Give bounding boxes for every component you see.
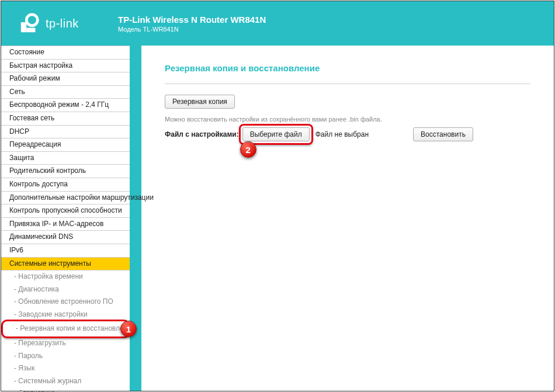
sidebar-item-label: Переадресация <box>9 140 61 148</box>
sidebar-item[interactable]: Родительский контроль <box>1 165 130 178</box>
sidebar-item-label: Диагностика <box>18 285 59 293</box>
sidebar-item[interactable]: Состояние <box>1 46 130 60</box>
file-status: Файл не выбран <box>315 130 369 138</box>
sidebar-item-backup-restore[interactable]: Резервная копия и восстановление1 <box>1 320 130 338</box>
sidebar-item-label: Заводские настройки <box>18 310 87 318</box>
sidebar-item[interactable]: Язык <box>1 362 130 375</box>
annotation-badge-2: 2 <box>240 141 256 158</box>
sidebar-item[interactable]: Системный журнал <box>1 375 130 388</box>
sidebar-item[interactable]: Привязка IP- и MAC-адресов <box>1 218 130 231</box>
sidebar-item-label: Гостевая сеть <box>9 114 54 122</box>
sidebar-item[interactable]: Дополнительные настройки маршрутизации <box>1 192 130 205</box>
sidebar-item-label: Настройка времени <box>18 272 82 280</box>
sidebar-item[interactable]: Контроль пропускной способности <box>1 204 130 218</box>
header: tp-link TP-Link Wireless N Router WR841N… <box>1 1 554 46</box>
sidebar-item[interactable]: Переадресация <box>1 138 130 152</box>
sidebar-item[interactable]: Беспроводной режим - 2,4 ГГц <box>1 99 130 112</box>
sidebar-item-label: Дополнительные настройки маршрутизации <box>9 193 154 202</box>
sidebar-item[interactable]: Рабочий режим <box>1 72 130 86</box>
sidebar-item-label: Родительский контроль <box>9 166 86 175</box>
sidebar-item[interactable]: Пароль <box>1 350 130 363</box>
file-label: Файл с настройками: <box>165 130 239 138</box>
sidebar-item[interactable]: Гостевая сеть <box>1 112 130 126</box>
sidebar-item[interactable]: Диагностика <box>1 283 130 296</box>
sidebar-item-label: Контроль пропускной способности <box>9 206 122 214</box>
page-title: Резервная копия и восстановление <box>165 63 530 73</box>
annotation-badge-1: 1 <box>120 321 137 337</box>
sidebar-item[interactable]: Заводские настройки <box>1 308 130 321</box>
sidebar-item-label: Привязка IP- и MAC-адресов <box>9 220 103 228</box>
svg-rect-2 <box>26 28 35 33</box>
sidebar-item[interactable]: Настройка времени <box>1 270 130 283</box>
brand-text: tp-link <box>46 17 79 30</box>
sidebar-item-label: Язык <box>18 364 34 372</box>
svg-rect-1 <box>21 22 27 32</box>
sidebar-item[interactable]: Динамический DNS <box>1 231 130 244</box>
sidebar-item-label: Динамический DNS <box>9 233 73 241</box>
divider <box>165 84 530 84</box>
file-row: Файл с настройками: Выберите файл 2 Файл… <box>165 127 530 141</box>
sidebar-item-label: Состояние <box>9 48 44 56</box>
sidebar-item[interactable]: Обновление встроенного ПО <box>1 296 130 308</box>
header-title: TP-Link Wireless N Router WR841N <box>118 15 266 25</box>
sidebar-item-label: Рабочий режим <box>9 74 60 82</box>
header-info: TP-Link Wireless N Router WR841N Модель … <box>118 15 266 33</box>
sidebar-item[interactable]: IPv6 <box>1 244 130 258</box>
sidebar-item-label: Сеть <box>9 88 25 96</box>
sidebar-item-label: Беспроводной режим - 2,4 ГГц <box>9 100 109 109</box>
sidebar-item-label: Пароль <box>18 352 43 360</box>
sidebar-item-label: DHCP <box>9 127 29 136</box>
sidebar-item-label: Защита <box>9 154 34 162</box>
sidebar-item-label: Перезагрузить <box>18 339 65 347</box>
sidebar-item-label: Резервная копия и восстановление <box>20 324 135 332</box>
brand-logo: tp-link <box>19 12 112 34</box>
sidebar: СостояниеБыстрая настройкаРабочий режимС… <box>1 46 141 391</box>
restore-button[interactable]: Восстановить <box>413 127 473 141</box>
sidebar-item[interactable]: Статистика <box>1 387 130 392</box>
sidebar-item-label: Обновление встроенного ПО <box>18 297 113 306</box>
sidebar-item[interactable]: Быстрая настройка <box>1 60 130 73</box>
sidebar-item[interactable]: Защита <box>1 152 130 165</box>
main-content: Резервная копия и восстановление Резервн… <box>141 46 554 391</box>
restore-note: Можно восстановить настройки из сохранён… <box>165 116 530 123</box>
sidebar-item-label: Статистика <box>18 389 55 392</box>
header-model: Модель TL-WR841N <box>118 26 266 33</box>
tplink-logo-icon <box>19 12 41 34</box>
svg-point-0 <box>26 15 37 26</box>
sidebar-item[interactable]: Перезагрузить <box>1 337 130 350</box>
sidebar-item-label: Системный журнал <box>18 377 81 385</box>
sidebar-item-label: Быстрая настройка <box>9 61 72 70</box>
sidebar-item[interactable]: Контроль доступа <box>1 178 130 192</box>
backup-button[interactable]: Резервная копия <box>165 95 235 109</box>
sidebar-item[interactable]: DHCP <box>1 126 130 139</box>
sidebar-item-label: Системные инструменты <box>9 259 91 268</box>
highlight-box-1: Резервная копия и восстановление1 <box>1 320 130 338</box>
choose-file-button[interactable]: Выберите файл <box>242 127 310 141</box>
sidebar-item[interactable]: Сеть <box>1 86 130 99</box>
sidebar-item-label: IPv6 <box>9 246 23 254</box>
sidebar-item[interactable]: Системные инструменты <box>1 258 130 271</box>
sidebar-item-label: Контроль доступа <box>9 180 68 188</box>
